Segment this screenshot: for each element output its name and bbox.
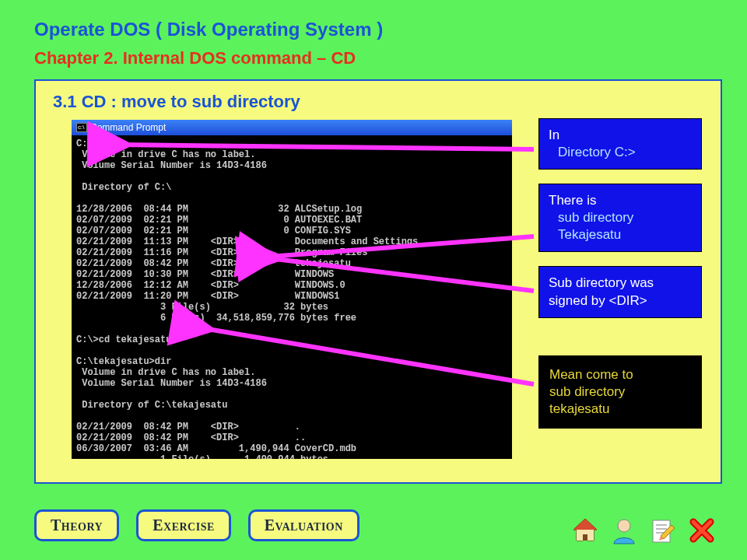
callout-2-line2: sub directory [558,209,692,226]
callout-3: Sub directory was signed by <DIR> [538,266,702,317]
chapter-title: Chapter 2. Internal DOS command – CD [34,48,735,68]
callout-3-line1: Sub directory was [549,275,692,292]
cmd-icon: c:\ [76,123,87,132]
callout-1-line2: Directory C:> [558,144,692,161]
content-frame: 3.1 CD : move to sub directory c:\ Comma… [34,79,722,484]
exercise-button[interactable]: Exercise [136,509,231,541]
callout-2-line3: Tekajesatu [558,226,692,243]
svg-point-8 [618,520,630,532]
section-heading: 3.1 CD : move to sub directory [53,92,707,112]
callout-4-line1: Mean come to [549,366,691,383]
edit-icon[interactable] [647,515,679,546]
callout-4: Mean come to sub directory tekajesatu [538,355,702,429]
svg-marker-6 [573,519,597,530]
theory-button[interactable]: Theory [34,509,119,541]
page-title: Operate DOS ( Disk Operating System ) [34,19,735,40]
footer-buttons: Theory Exercise Evaluation [34,509,359,541]
callout-2: There is sub directory Tekajesatu [538,184,702,252]
user-icon[interactable] [608,515,640,546]
command-prompt-window: c:\ Command Prompt C:\>dir Volume in dri… [72,120,512,459]
callout-1: In Directory C:> [538,118,702,170]
callouts: In Directory C:> There is sub directory … [538,118,710,443]
evaluation-button[interactable]: Evaluation [248,509,359,541]
callout-2-line1: There is [549,192,692,209]
callout-3-line2: signed by <DIR> [549,292,692,310]
home-icon[interactable] [570,515,601,546]
callout-1-line1: In [549,127,692,144]
footer-icons [570,515,717,546]
callout-4-line2: sub directory [549,383,691,401]
callout-4-line3: tekajesatu [549,401,691,418]
svg-rect-7 [583,534,587,541]
close-icon[interactable] [686,515,717,546]
terminal-output: C:\>dir Volume in drive C has no label. … [72,135,512,459]
terminal-title: Command Prompt [90,122,166,133]
terminal-titlebar: c:\ Command Prompt [72,120,512,135]
